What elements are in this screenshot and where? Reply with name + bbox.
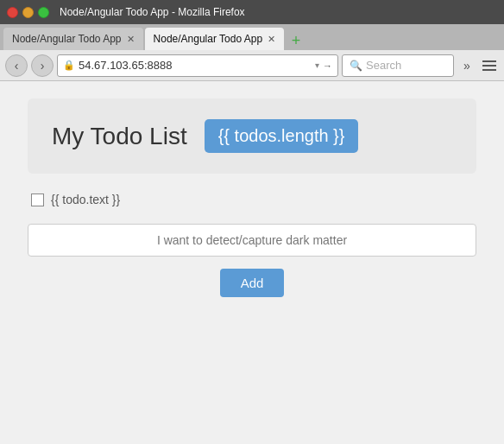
todo-checkbox[interactable]: [31, 193, 44, 206]
tab-2-close-icon[interactable]: ✕: [268, 35, 275, 44]
forward-arrow-icon: ›: [41, 59, 45, 73]
search-icon: 🔍: [350, 60, 362, 72]
url-bar[interactable]: 🔒 54.67.103.65:8888 ▾ →: [57, 54, 338, 77]
nav-bar: ‹ › 🔒 54.67.103.65:8888 ▾ → 🔍 Search »: [0, 50, 504, 81]
minimize-button[interactable]: [22, 7, 34, 18]
search-placeholder: Search: [366, 59, 401, 72]
tab-2[interactable]: Node/Angular Todo App ✕: [145, 28, 285, 50]
todo-input[interactable]: [28, 224, 476, 257]
add-button[interactable]: Add: [220, 269, 285, 297]
window-controls: [7, 7, 49, 18]
overflow-button[interactable]: »: [457, 54, 476, 77]
tab-bar: Node/Angular Todo App ✕ Node/Angular Tod…: [0, 24, 504, 50]
window-title: Node/Angular Todo App - Mozilla Firefox: [60, 6, 245, 18]
tab-1-close-icon[interactable]: ✕: [127, 35, 135, 44]
url-go-icon[interactable]: →: [323, 60, 332, 71]
overflow-icon: »: [463, 59, 470, 73]
back-button[interactable]: ‹: [5, 54, 28, 77]
search-bar[interactable]: 🔍 Search: [342, 54, 454, 77]
tab-1-label: Node/Angular Todo App: [12, 33, 122, 45]
page-inner: My Todo List {{ todos.length }} {{ todo.…: [28, 98, 476, 427]
header-card: My Todo List {{ todos.length }}: [28, 98, 476, 174]
todos-length-badge: {{ todos.length }}: [205, 119, 359, 153]
url-dropdown-icon[interactable]: ▾: [315, 60, 319, 70]
forward-button[interactable]: ›: [31, 54, 54, 77]
title-bar: Node/Angular Todo App - Mozilla Firefox: [0, 0, 504, 24]
url-icon: 🔒: [63, 60, 75, 71]
input-section: Add: [28, 224, 476, 297]
hamburger-icon: [482, 60, 496, 71]
menu-button[interactable]: [480, 54, 499, 77]
tab-1[interactable]: Node/Angular Todo App ✕: [3, 28, 143, 50]
maximize-button[interactable]: [38, 7, 49, 18]
todo-item: {{ todo.text }}: [28, 193, 476, 206]
new-tab-button[interactable]: +: [286, 31, 306, 50]
todo-text: {{ todo.text }}: [51, 193, 120, 206]
page-heading: My Todo List: [52, 123, 187, 150]
url-text: 54.67.103.65:8888: [79, 59, 312, 72]
close-button[interactable]: [7, 7, 18, 18]
tab-2-label: Node/Angular Todo App: [154, 33, 263, 45]
page-content: My Todo List {{ todos.length }} {{ todo.…: [0, 81, 504, 444]
back-arrow-icon: ‹: [15, 59, 19, 73]
